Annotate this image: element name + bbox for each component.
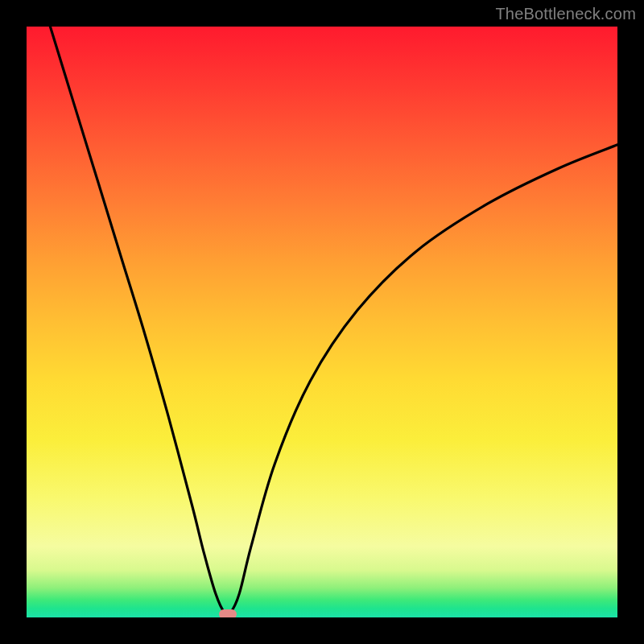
plot-area <box>27 27 617 617</box>
bottleneck-curve <box>27 27 617 617</box>
watermark-text: TheBottleneck.com <box>495 5 636 23</box>
chart-frame: TheBottleneck.com <box>0 0 644 644</box>
minimum-marker <box>219 609 237 617</box>
